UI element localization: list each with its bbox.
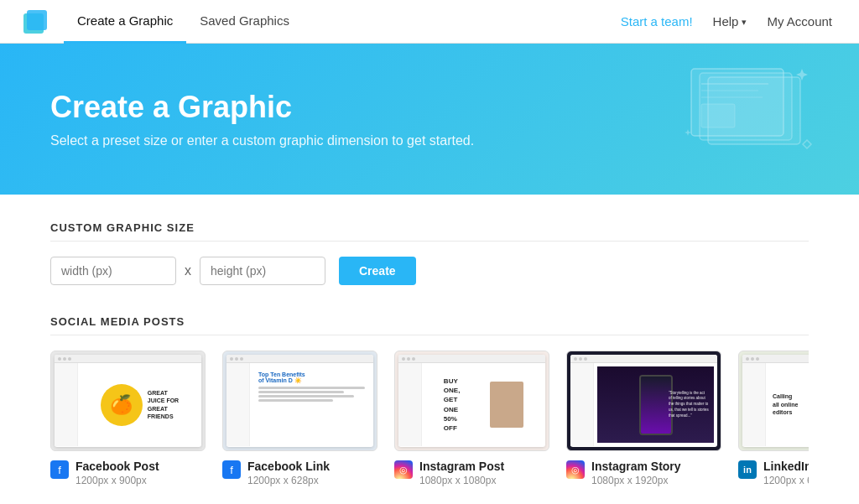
width-input[interactable] (50, 257, 176, 285)
card-preview-facebook-link: Top Ten Benefitsof Vitamin D ☀️ (222, 351, 377, 451)
card-preview-linkedin-post: Callingall onlineeditors (738, 351, 809, 451)
custom-create-button[interactable]: Create (339, 257, 416, 285)
navbar: Create a Graphic Saved Graphics Start a … (0, 0, 859, 44)
card-instagram-story[interactable]: "Storytelling is the act of telling stor… (566, 351, 721, 486)
hero-illustration (658, 60, 825, 181)
card-dims-instagram-story: 1080px x 1920px (591, 475, 681, 486)
navbar-links: Create a Graphic Saved Graphics (64, 0, 303, 44)
navbar-right: Start a team! Help My Account (614, 14, 839, 29)
svg-rect-8 (701, 104, 735, 127)
card-linkedin-post[interactable]: Callingall onlineeditors in LinkedIn Pos… (738, 351, 809, 486)
facebook-link-icon: f (222, 460, 241, 479)
my-account-button[interactable]: My Account (760, 14, 839, 29)
facebook-icon: f (50, 460, 69, 479)
card-preview-instagram-story: "Storytelling is the act of telling stor… (566, 351, 721, 451)
card-name-instagram-story: Instagram Story (591, 460, 681, 473)
card-name-instagram-post: Instagram Post (419, 460, 504, 473)
card-info-linkedin-post: in LinkedIn Post 1200px x 628px (738, 460, 809, 486)
start-team-button[interactable]: Start a team! (614, 14, 700, 29)
nav-saved-graphics[interactable]: Saved Graphics (186, 0, 303, 44)
help-label: Help (713, 14, 739, 29)
card-facebook-link[interactable]: Top Ten Benefitsof Vitamin D ☀️ (222, 351, 377, 486)
card-dims-facebook-link: 1200px x 628px (247, 475, 330, 486)
main-content: CUSTOM GRAPHIC SIZE x Create SOCIAL MEDI… (0, 195, 859, 504)
social-media-cards: 🍊 GREATJUICE FORGREATFRIENDS f Facebook … (50, 351, 809, 493)
size-separator: x (185, 263, 191, 278)
card-info-facebook-post: f Facebook Post 1200px x 900px (50, 460, 206, 486)
card-dims-facebook-post: 1200px x 900px (75, 475, 159, 486)
card-preview-facebook-post: 🍊 GREATJUICE FORGREATFRIENDS (50, 351, 206, 451)
svg-rect-1 (27, 10, 47, 30)
app-logo[interactable] (20, 7, 50, 37)
card-info-instagram-story: ◎ Instagram Story 1080px x 1920px (566, 460, 721, 486)
custom-size-row: x Create (50, 257, 809, 285)
custom-size-section-title: CUSTOM GRAPHIC SIZE (50, 221, 809, 242)
card-preview-instagram-post: BUYONE,GETONE50%OFF (394, 351, 549, 451)
hero-subtitle: Select a preset size or enter a custom g… (50, 133, 474, 148)
nav-create-graphic[interactable]: Create a Graphic (64, 0, 186, 44)
instagram-story-icon: ◎ (566, 460, 585, 479)
help-chevron-icon (742, 16, 747, 28)
hero-banner: Create a Graphic Select a preset size or… (0, 44, 859, 195)
card-info-facebook-link: f Facebook Link 1200px x 628px (222, 460, 377, 486)
card-name-facebook-link: Facebook Link (247, 460, 330, 473)
social-media-section-title: SOCIAL MEDIA POSTS (50, 315, 809, 335)
card-info-instagram-post: ◎ Instagram Post 1080px x 1080px (394, 460, 549, 486)
instagram-post-icon: ◎ (394, 460, 413, 479)
hero-title: Create a Graphic (50, 90, 474, 125)
height-input[interactable] (200, 257, 325, 285)
card-facebook-post[interactable]: 🍊 GREATJUICE FORGREATFRIENDS f Facebook … (50, 351, 206, 486)
card-instagram-post[interactable]: BUYONE,GETONE50%OFF ◎ Instagram Post 108… (394, 351, 549, 486)
help-button[interactable]: Help (706, 14, 754, 29)
card-dims-instagram-post: 1080px x 1080px (419, 475, 504, 486)
linkedin-icon: in (738, 460, 757, 479)
hero-text-block: Create a Graphic Select a preset size or… (50, 90, 474, 148)
card-name-linkedin-post: LinkedIn Post (763, 460, 809, 473)
card-dims-linkedin-post: 1200px x 628px (763, 475, 809, 486)
card-name-facebook-post: Facebook Post (75, 460, 159, 473)
